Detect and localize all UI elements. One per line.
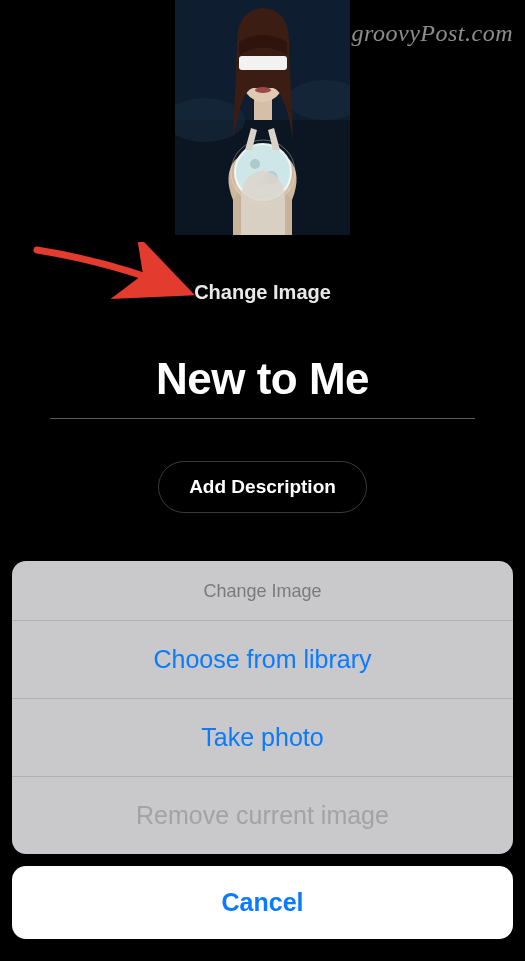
cover-illustration — [175, 0, 350, 235]
add-description-button[interactable]: Add Description — [158, 461, 367, 513]
svg-point-12 — [250, 159, 260, 169]
option-choose-from-library[interactable]: Choose from library — [12, 621, 513, 699]
playlist-editor: Change Image Add Description — [0, 0, 525, 513]
cancel-button[interactable]: Cancel — [12, 866, 513, 939]
action-sheet-title: Change Image — [12, 561, 513, 621]
playlist-title-field-wrapper — [50, 354, 475, 419]
annotation-arrow — [32, 242, 197, 302]
playlist-cover-image[interactable] — [175, 0, 350, 235]
watermark-text: groovyPost.com — [352, 20, 513, 47]
playlist-title-input[interactable] — [50, 354, 475, 419]
action-sheet-container: Change Image Choose from library Take ph… — [0, 543, 525, 961]
option-take-photo[interactable]: Take photo — [12, 699, 513, 777]
svg-point-7 — [255, 87, 271, 93]
change-image-link[interactable]: Change Image — [194, 281, 331, 304]
svg-rect-6 — [239, 56, 287, 70]
option-remove-current-image: Remove current image — [12, 777, 513, 854]
action-sheet: Change Image Choose from library Take ph… — [12, 561, 513, 854]
